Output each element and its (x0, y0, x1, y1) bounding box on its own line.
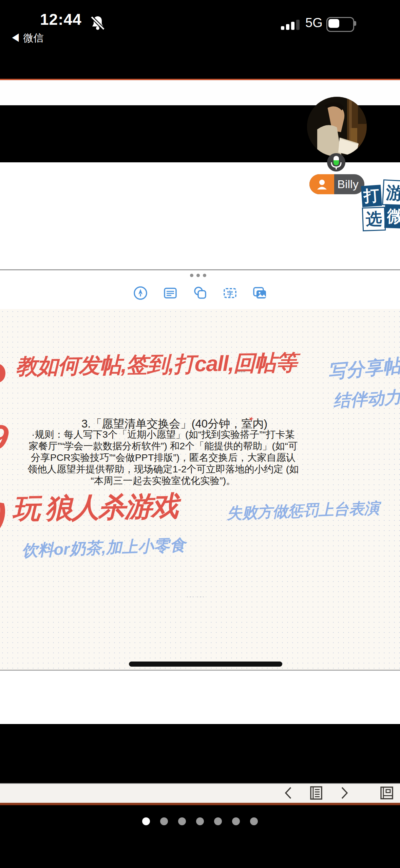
page-black-bar (129, 662, 282, 667)
back-to-wechat-button[interactable]: ◀ 微信 (10, 31, 43, 45)
chevron-left-icon[interactable] (280, 785, 297, 801)
photo-icon[interactable] (252, 285, 268, 301)
edge-red-nine: 9 (0, 416, 11, 459)
pagination-dots[interactable] (0, 817, 400, 825)
participant-name-badge: Billy (309, 174, 364, 194)
participant-avatar-chip (309, 174, 334, 194)
text-tool-icon[interactable]: 字 (222, 285, 238, 301)
chevron-right-icon[interactable] (336, 785, 353, 801)
handwriting-blue-note1: 写分享帖 (327, 354, 400, 385)
rules-line: 家餐厅”“学会一款数据分析软件”) 和2个「能提供的帮助」(如“可 (22, 440, 304, 452)
rules-paragraph: ·规则：每人写下3个「近期小愿望」(如“找到实验搭子”“打卡某 家餐厅”“学会一… (22, 429, 304, 486)
note-card-icon[interactable] (163, 285, 178, 301)
status-time: 12:44 (40, 10, 82, 29)
handwriting-red-line1: 教如何发帖,签到,打call,回帖等 (15, 348, 297, 381)
handwriting-blue-note4: 饮料or奶茶,加上小零食 (21, 535, 186, 562)
rules-line: “本周三一起去实验室优化实验”)。 (22, 475, 304, 486)
document-pages-icon[interactable] (308, 785, 324, 801)
promo-tile-da: 打 (361, 185, 382, 207)
person-icon (316, 178, 328, 191)
pen-tool-icon[interactable] (133, 285, 148, 301)
handwriting-blue-note2: 结伴动力 (332, 386, 400, 412)
microphone-status-icon (327, 153, 345, 171)
rules-line: 分享PCR实验技巧”“会做PPT排版”)，匿名交换后，大家自愿认 (22, 452, 304, 463)
shapes-icon[interactable] (192, 285, 208, 301)
note-page[interactable]: 9 ) 教如何发帖,签到,打call,回帖等 ▪▪▪▪▪ 写分享帖 结伴动力 3… (0, 309, 400, 670)
network-label: 5G (305, 16, 323, 30)
battery-icon (326, 17, 354, 32)
svg-text:字: 字 (227, 290, 233, 297)
cellular-signal-icon (281, 20, 300, 30)
rules-line: 领他人愿望并提供帮助，现场确定1-2个可立即落地的小约定 (如 (22, 463, 304, 475)
drag-handle[interactable] (190, 274, 206, 277)
bottom-white-band (0, 671, 400, 724)
page-dot (160, 817, 168, 825)
page-dot (196, 817, 204, 825)
page-dot (232, 817, 240, 825)
page-dot-active (142, 817, 150, 825)
handwriting-red-line2: 玩 狼人杀游戏 (12, 488, 178, 528)
bottom-black-band (0, 724, 400, 783)
participant-video-avatar[interactable] (307, 97, 367, 157)
tiny-watermark: ▪▪▪▪▪ (237, 369, 246, 374)
page-dot (178, 817, 186, 825)
participant-name: Billy (334, 174, 364, 194)
page-dot (214, 817, 222, 825)
rules-line: ·规则：每人写下3个「近期小愿望」(如“找到实验搭子”“打卡某 (22, 429, 304, 440)
bell-slash-icon (89, 14, 107, 33)
phone-screen: 12:44 ◀ 微信 5G (0, 0, 400, 868)
promo-tile-xuan: 选 (362, 207, 386, 231)
bottom-orange-divider (0, 803, 400, 805)
battery-nub (354, 21, 356, 26)
edge-red-mark (0, 364, 5, 382)
promo-tile-you: 游 (382, 179, 400, 206)
faint-smudge: ⋯⋯ (186, 592, 206, 602)
layout-panel-icon[interactable] (379, 785, 395, 801)
promo-tile-wei: 微 (384, 204, 400, 229)
handwriting-blue-note3: 失败方做惩罚上台表演 (226, 498, 380, 524)
edge-red-curve: ) (0, 494, 9, 539)
page-dot (250, 817, 258, 825)
